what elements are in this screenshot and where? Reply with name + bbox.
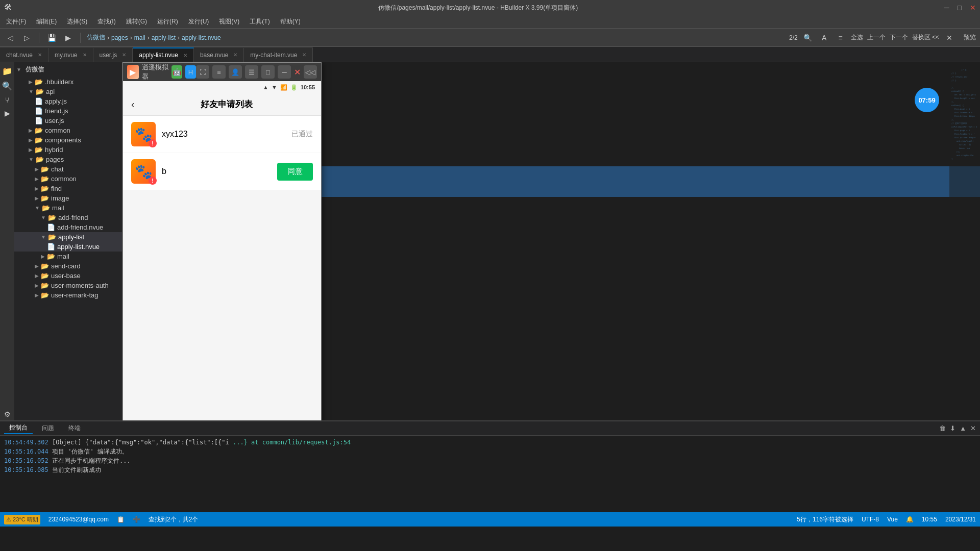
status-notification-icon[interactable]: 🔔 bbox=[906, 516, 914, 523]
breadcrumb-file[interactable]: apply-list.nvue bbox=[182, 34, 221, 41]
menu-item[interactable]: 编辑(E) bbox=[32, 16, 61, 27]
console-clear-btn[interactable]: 🗑 bbox=[939, 424, 946, 432]
sim-hbuilder-icon[interactable]: H bbox=[185, 65, 196, 79]
menu-item[interactable]: 视图(V) bbox=[215, 16, 243, 27]
toolbar-save-button[interactable]: 💾 bbox=[45, 32, 58, 44]
next-label[interactable]: 下一个 bbox=[890, 33, 908, 42]
sidebar-item-api[interactable]: ▼ 📂 api bbox=[14, 87, 122, 96]
terminal-tab[interactable]: 终端 bbox=[63, 423, 86, 434]
status-language[interactable]: Vue bbox=[887, 516, 898, 523]
status-table-icon[interactable]: 📋 bbox=[117, 516, 125, 523]
sidebar-item-mail[interactable]: ▼ 📂 mail bbox=[14, 203, 122, 213]
phone-screen: ▲ ▼ 📶 🔋 10:55 ‹ 好友申请列表 bbox=[123, 81, 321, 420]
sim-close-btn[interactable]: ✕ bbox=[294, 67, 301, 77]
replace-label[interactable]: 替换区 << bbox=[912, 33, 939, 42]
tab-close-icon[interactable]: ✕ bbox=[122, 52, 126, 58]
sidebar-item-pages[interactable]: ▼ 📂 pages bbox=[14, 155, 122, 164]
sidebar-item-hybrid[interactable]: ▶ 📂 hybrid bbox=[14, 145, 122, 155]
tab-close-icon[interactable]: ✕ bbox=[183, 53, 187, 58]
sim-collapse-btn[interactable]: ◁◁ bbox=[304, 65, 317, 79]
problems-tab[interactable]: 问题 bbox=[37, 423, 59, 434]
tab-my-chat-item-vue[interactable]: my-chat-item.vue ✕ bbox=[244, 47, 313, 62]
sidebar-project-header[interactable]: ▼ 仿微信 bbox=[14, 62, 122, 77]
menu-item[interactable]: 运行(R) bbox=[153, 16, 182, 27]
console-tab[interactable]: 控制台 bbox=[4, 422, 33, 434]
tab-chat-nvue[interactable]: chat.nvue ✕ bbox=[0, 47, 48, 62]
menu-item[interactable]: 查找(I) bbox=[93, 16, 119, 27]
maximize-button[interactable]: □ bbox=[958, 4, 962, 12]
toolbar-align-button[interactable]: ≡ bbox=[835, 32, 847, 44]
status-plus-icon[interactable]: ➕ bbox=[133, 516, 140, 523]
sidebar-item-pages-common[interactable]: ▶ 📂 common bbox=[14, 174, 122, 184]
menu-item[interactable]: 文件(F) bbox=[2, 16, 30, 27]
menu-item[interactable]: 跳转(G) bbox=[122, 16, 151, 27]
sim-settings-btn[interactable]: ≡ bbox=[212, 65, 226, 79]
sim-menu-btn[interactable]: ☰ bbox=[245, 65, 258, 79]
tab-user-js[interactable]: user.js ✕ bbox=[93, 47, 133, 62]
back-button[interactable]: ‹ bbox=[131, 98, 135, 110]
sidebar-item-user-js[interactable]: 📄 user.js bbox=[14, 116, 122, 126]
sidebar-item-user-base[interactable]: ▶ 📂 user-base bbox=[14, 271, 122, 281]
sim-user-btn[interactable]: 👤 bbox=[229, 65, 242, 79]
sidebar-explorer-icon[interactable]: 📁 bbox=[0, 64, 14, 78]
sim-android-icon[interactable]: 🤖 bbox=[172, 65, 182, 79]
toolbar-search-button[interactable]: 🔍 bbox=[802, 32, 814, 44]
menu-item[interactable]: 帮助(Y) bbox=[276, 16, 305, 27]
tab-apply-list-nvue[interactable]: apply-list.nvue ✕ bbox=[133, 47, 194, 62]
toolbar-forward-button[interactable]: ▷ bbox=[20, 32, 33, 44]
status-encoding[interactable]: UTF-8 bbox=[862, 516, 879, 523]
sim-fullscreen2-btn[interactable]: □ bbox=[261, 65, 275, 79]
minimize-button[interactable]: ─ bbox=[944, 4, 949, 12]
console-link-1[interactable]: ...} at common/lib/request.js:54 bbox=[233, 439, 351, 446]
sidebar-item-common[interactable]: ▶ 📂 common bbox=[14, 126, 122, 135]
breadcrumb-mail[interactable]: mail bbox=[134, 34, 145, 41]
sidebar-item-user-moments-auth[interactable]: ▶ 📂 user-moments-auth bbox=[14, 281, 122, 290]
tab-my-nvue[interactable]: my.nvue ✕ bbox=[48, 47, 93, 62]
menu-item[interactable]: 工具(T) bbox=[246, 16, 274, 27]
tab-close-icon[interactable]: ✕ bbox=[233, 52, 237, 58]
breadcrumb-project[interactable]: 仿微信 bbox=[87, 33, 105, 42]
prev-label[interactable]: 上一个 bbox=[867, 33, 886, 42]
sidebar-item-add-friend[interactable]: ▼ 📂 add-friend bbox=[14, 213, 122, 222]
console-scroll-btn[interactable]: ⬇ bbox=[950, 424, 955, 432]
sidebar-item-image[interactable]: ▶ 📂 image bbox=[14, 193, 122, 203]
sidebar-item-user-remark-tag[interactable]: ▶ 📂 user-remark-tag bbox=[14, 290, 122, 300]
sidebar-item-apply-js[interactable]: 📄 apply.js bbox=[14, 96, 122, 106]
sidebar-item-find[interactable]: ▶ 📂 find bbox=[14, 184, 122, 193]
tab-close-icon[interactable]: ✕ bbox=[38, 52, 42, 58]
toolbar-back-button[interactable]: ◁ bbox=[4, 32, 16, 44]
tab-close-icon[interactable]: ✕ bbox=[302, 52, 306, 58]
sidebar-search-icon[interactable]: 🔍 bbox=[0, 79, 14, 93]
menu-item[interactable]: 发行(U) bbox=[184, 16, 213, 27]
preview-label[interactable]: 预览 bbox=[964, 33, 976, 42]
breadcrumb-pages[interactable]: pages bbox=[111, 34, 128, 41]
sidebar-item-friend-js[interactable]: 📄 friend.js bbox=[14, 106, 122, 116]
close-button[interactable]: ✕ bbox=[970, 4, 976, 12]
tab-close-icon[interactable]: ✕ bbox=[83, 52, 87, 58]
sidebar-run-icon[interactable]: ▶ bbox=[3, 107, 12, 119]
select-all-label[interactable]: 全选 bbox=[851, 33, 863, 42]
toolbar-close-search[interactable]: ✕ bbox=[943, 32, 955, 44]
sidebar-item-chat[interactable]: ▶ 📂 chat bbox=[14, 164, 122, 174]
sidebar-item-hbuilderx[interactable]: ▶ 📂 .hbuilderx bbox=[14, 77, 122, 87]
breadcrumb-apply-list[interactable]: apply-list bbox=[152, 34, 176, 41]
toolbar-format-button[interactable]: A bbox=[818, 32, 830, 44]
menu-item[interactable]: 选择(S) bbox=[63, 16, 91, 27]
sidebar-git-icon[interactable]: ⑂ bbox=[3, 94, 11, 106]
sidebar-item-add-friend-nvue[interactable]: 📄 add-friend.nvue bbox=[14, 222, 122, 232]
sidebar-item-send-card[interactable]: ▶ 📂 send-card bbox=[14, 261, 122, 271]
status-email[interactable]: 2324094523@qq.com bbox=[48, 516, 109, 523]
accept-button[interactable]: 同意 bbox=[277, 163, 313, 181]
sidebar-item-mail-sub[interactable]: ▶ 📂 mail bbox=[14, 252, 122, 261]
sidebar-item-apply-list[interactable]: ▼ 📂 apply-list bbox=[14, 232, 122, 242]
console-collapse-btn[interactable]: ▲ bbox=[960, 424, 966, 432]
console-text-3: 正在同步手机端程序文件... bbox=[52, 457, 131, 464]
sidebar-item-apply-list-nvue[interactable]: 📄 apply-list.nvue bbox=[14, 242, 122, 252]
sim-minimize-btn[interactable]: ─ bbox=[278, 65, 291, 79]
toolbar-run-button[interactable]: ▶ bbox=[62, 32, 74, 44]
console-close-btn[interactable]: ✕ bbox=[970, 424, 976, 432]
sidebar-settings-icon[interactable]: ⚙ bbox=[2, 408, 13, 420]
sim-fullscreen-btn[interactable]: ⛶ bbox=[196, 65, 209, 79]
sidebar-item-components[interactable]: ▶ 📂 components bbox=[14, 135, 122, 145]
tab-base-nvue[interactable]: base.nvue ✕ bbox=[194, 47, 244, 62]
